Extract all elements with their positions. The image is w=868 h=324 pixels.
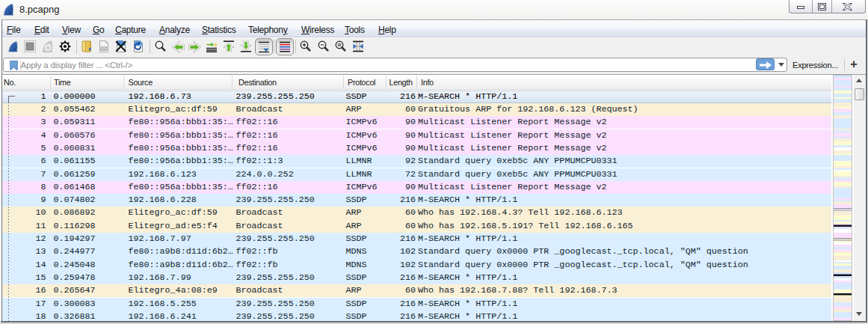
- svg-text:010: 010: [101, 47, 108, 51]
